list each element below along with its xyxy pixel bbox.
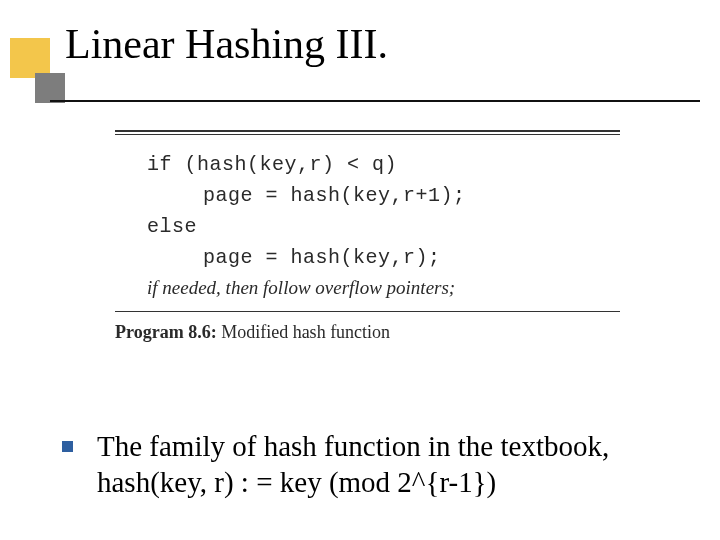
bullet-text: The family of hash function in the textb…	[97, 428, 677, 501]
code-figure: if (hash(key,r) < q) page = hash(key,r+1…	[115, 130, 620, 343]
program-label-number: Program 8.6:	[115, 322, 217, 342]
code-line-if: if (hash(key,r) < q)	[115, 149, 620, 180]
code-line-then-assign: page = hash(key,r+1);	[115, 180, 620, 211]
rule-top-thick	[115, 130, 620, 132]
code-line-else: else	[115, 211, 620, 242]
program-label: Program 8.6: Modified hash function	[115, 322, 620, 343]
rule-bottom	[115, 311, 620, 312]
decoration-square-yellow	[10, 38, 50, 78]
slide-root: Linear Hashing III. if (hash(key,r) < q)…	[0, 0, 720, 540]
rule-top-thin	[115, 134, 620, 135]
code-note: if needed, then follow overflow pointers…	[115, 273, 620, 303]
program-label-caption: Modified hash function	[217, 322, 390, 342]
code-line-else-assign: page = hash(key,r);	[115, 242, 620, 273]
slide-title: Linear Hashing III.	[65, 20, 388, 68]
decoration-square-gray	[35, 73, 65, 103]
title-underline	[50, 100, 700, 102]
bullet-square-icon	[62, 441, 73, 452]
bullet-item: The family of hash function in the textb…	[62, 428, 690, 501]
